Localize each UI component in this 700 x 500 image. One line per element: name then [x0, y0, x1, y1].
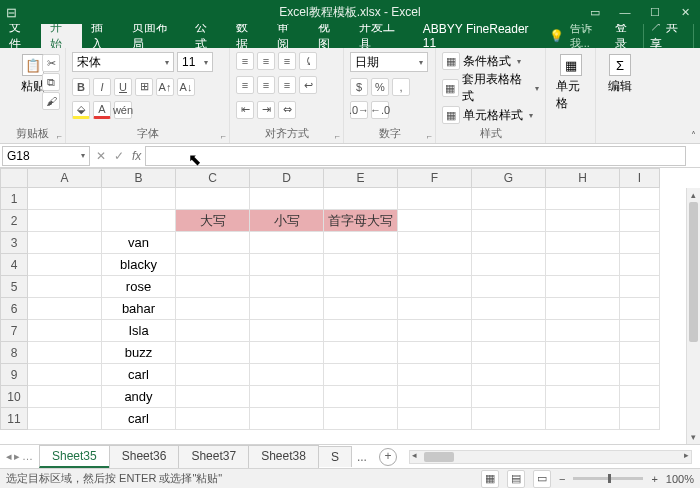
row-header-8[interactable]: 8 — [0, 342, 28, 364]
col-header-D[interactable]: D — [250, 168, 324, 188]
sheet-nav-first-icon[interactable]: ◂ — [6, 450, 12, 463]
cell-F8[interactable] — [398, 342, 472, 364]
cell-E10[interactable] — [324, 386, 398, 408]
zoom-out-icon[interactable]: − — [559, 473, 565, 485]
cell-I7[interactable] — [620, 320, 660, 342]
cell-D3[interactable] — [250, 232, 324, 254]
help-icon[interactable]: ⊟ — [6, 5, 17, 20]
align-launcher-icon[interactable]: ⌐ — [335, 131, 340, 141]
fx-icon[interactable]: fx — [128, 149, 145, 163]
number-format-select[interactable]: 日期▾ — [350, 52, 428, 72]
cell-I2[interactable] — [620, 210, 660, 232]
cell-I10[interactable] — [620, 386, 660, 408]
font-size-select[interactable]: 11▾ — [177, 52, 213, 72]
row-header-6[interactable]: 6 — [0, 298, 28, 320]
cell-F9[interactable] — [398, 364, 472, 386]
fill-color-button[interactable]: ⬙ — [72, 101, 90, 119]
cell-H1[interactable] — [546, 188, 620, 210]
new-sheet-button[interactable]: + — [379, 448, 397, 466]
cell-D2[interactable]: 小写 — [250, 210, 324, 232]
tab-5[interactable]: 审阅 — [268, 24, 309, 48]
cell-G10[interactable] — [472, 386, 546, 408]
cell-A5[interactable] — [28, 276, 102, 298]
cell-G4[interactable] — [472, 254, 546, 276]
col-header-I[interactable]: I — [620, 168, 660, 188]
cell-A6[interactable] — [28, 298, 102, 320]
row-header-10[interactable]: 10 — [0, 386, 28, 408]
cell-B7[interactable]: Isla — [102, 320, 176, 342]
cell-F6[interactable] — [398, 298, 472, 320]
cell-H4[interactable] — [546, 254, 620, 276]
cell-H10[interactable] — [546, 386, 620, 408]
horizontal-scrollbar[interactable]: ◂ ▸ — [409, 450, 692, 464]
col-header-A[interactable]: A — [28, 168, 102, 188]
cell-F3[interactable] — [398, 232, 472, 254]
cell-B4[interactable]: blacky — [102, 254, 176, 276]
cell-E8[interactable] — [324, 342, 398, 364]
view-normal-icon[interactable]: ▦ — [481, 470, 499, 488]
bold-button[interactable]: B — [72, 78, 90, 96]
cell-styles-button[interactable]: ▦单元格样式▾ — [442, 106, 539, 124]
hscroll-thumb[interactable] — [424, 452, 454, 462]
font-name-select[interactable]: 宋体▾ — [72, 52, 174, 72]
cell-A10[interactable] — [28, 386, 102, 408]
cell-B2[interactable] — [102, 210, 176, 232]
tab-7[interactable]: 开发工具 — [350, 24, 414, 48]
tell-me-icon[interactable]: 💡 — [549, 29, 564, 43]
align-left-icon[interactable]: ≡ — [236, 76, 254, 94]
cell-F4[interactable] — [398, 254, 472, 276]
scroll-up-icon[interactable]: ▴ — [687, 188, 700, 202]
cell-D8[interactable] — [250, 342, 324, 364]
tab-6[interactable]: 视图 — [309, 24, 350, 48]
sheet-tab-Sheet38[interactable]: Sheet38 — [248, 445, 319, 468]
cell-C4[interactable] — [176, 254, 250, 276]
cell-A2[interactable] — [28, 210, 102, 232]
col-header-F[interactable]: F — [398, 168, 472, 188]
number-launcher-icon[interactable]: ⌐ — [427, 131, 432, 141]
cell-C6[interactable] — [176, 298, 250, 320]
cell-G9[interactable] — [472, 364, 546, 386]
cell-C10[interactable] — [176, 386, 250, 408]
cell-B1[interactable] — [102, 188, 176, 210]
sheet-tab-Sheet37[interactable]: Sheet37 — [178, 445, 249, 468]
tab-8[interactable]: ABBYY FineReader 11 — [414, 24, 549, 48]
cell-C3[interactable] — [176, 232, 250, 254]
cell-C5[interactable] — [176, 276, 250, 298]
font-launcher-icon[interactable]: ⌐ — [221, 131, 226, 141]
cell-A7[interactable] — [28, 320, 102, 342]
cell-C2[interactable]: 大写 — [176, 210, 250, 232]
border-button[interactable]: ⊞ — [135, 78, 153, 96]
cell-F7[interactable] — [398, 320, 472, 342]
cell-F2[interactable] — [398, 210, 472, 232]
tab-2[interactable]: 页面布局 — [123, 24, 187, 48]
cell-E3[interactable] — [324, 232, 398, 254]
cell-G7[interactable] — [472, 320, 546, 342]
orientation-icon[interactable]: ⤹ — [299, 52, 317, 70]
cell-H5[interactable] — [546, 276, 620, 298]
cut-icon[interactable]: ✂ — [42, 54, 60, 72]
cell-D10[interactable] — [250, 386, 324, 408]
comma-icon[interactable]: , — [392, 78, 410, 96]
cell-A11[interactable] — [28, 408, 102, 430]
sheet-overflow[interactable]: ... — [351, 450, 373, 464]
align-middle-icon[interactable]: ≡ — [257, 52, 275, 70]
row-header-5[interactable]: 5 — [0, 276, 28, 298]
tab-4[interactable]: 数据 — [227, 24, 268, 48]
decrease-font-icon[interactable]: A↓ — [177, 78, 195, 96]
sheet-tab-more[interactable]: S — [318, 446, 352, 467]
cell-D9[interactable] — [250, 364, 324, 386]
increase-font-icon[interactable]: A↑ — [156, 78, 174, 96]
sheet-nav-last-icon[interactable]: ▸ — [14, 450, 20, 463]
cell-A1[interactable] — [28, 188, 102, 210]
cell-C7[interactable] — [176, 320, 250, 342]
sheet-tab-Sheet36[interactable]: Sheet36 — [109, 445, 180, 468]
cell-C1[interactable] — [176, 188, 250, 210]
cell-B8[interactable]: buzz — [102, 342, 176, 364]
formula-bar[interactable] — [145, 146, 686, 166]
cell-B9[interactable]: carl — [102, 364, 176, 386]
col-header-B[interactable]: B — [102, 168, 176, 188]
hscroll-left-icon[interactable]: ◂ — [412, 450, 417, 460]
decrease-decimal-icon[interactable]: ←.0 — [371, 101, 389, 119]
font-color-button[interactable]: A — [93, 101, 111, 119]
cell-I6[interactable] — [620, 298, 660, 320]
